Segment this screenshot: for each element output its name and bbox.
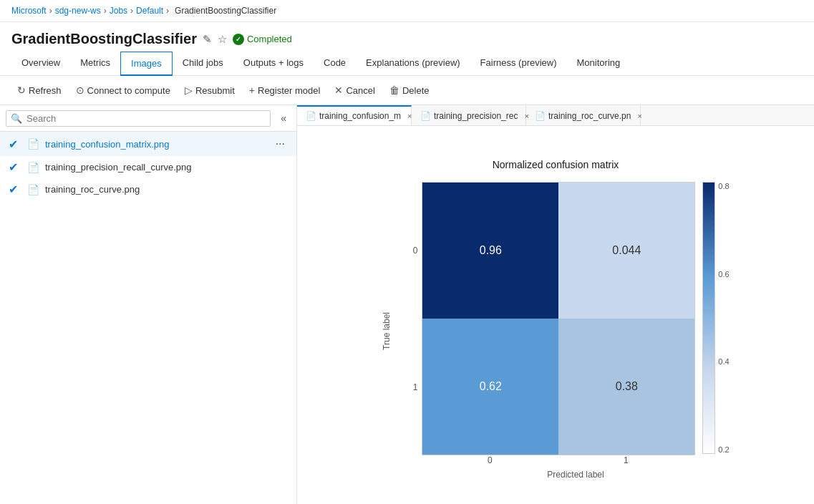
color-scale-bar	[702, 182, 715, 454]
tab-file-icon: 📄	[420, 111, 431, 121]
refresh-icon: ↻	[17, 84, 26, 96]
file-name-link[interactable]: training_confusion_matrix.png	[45, 139, 267, 150]
image-viewer: 📄 training_confusion_m × 📄 training_prec…	[297, 105, 814, 504]
image-tab-confusion[interactable]: 📄 training_confusion_m ×	[297, 105, 412, 125]
chart-wrap: Normalized confusion matrix True label 0…	[382, 159, 729, 480]
cell-1-0: 0.62	[422, 319, 558, 455]
tab-explanations[interactable]: Explanations (preview)	[356, 52, 470, 75]
file-name: training_roc_curve.png	[45, 184, 288, 195]
check-icon: ✔	[9, 183, 21, 196]
x-labels-row: 0 1	[422, 455, 729, 465]
breadcrumb-workspace[interactable]: sdg-new-ws	[55, 6, 101, 16]
search-input[interactable]	[26, 113, 266, 124]
more-options-button[interactable]: ···	[273, 136, 288, 152]
page-title: GradientBoostingClassifier	[11, 31, 197, 47]
tab-code[interactable]: Code	[314, 52, 356, 75]
list-item[interactable]: ✔ 📄 training_roc_curve.png	[0, 178, 296, 200]
chart-title: Normalized confusion matrix	[382, 159, 729, 170]
sidebar-header: 🔍 «	[0, 105, 296, 132]
tab-file-icon: 📄	[306, 111, 316, 121]
collapse-sidebar-button[interactable]: «	[276, 110, 291, 127]
list-item[interactable]: ✔ 📄 training_precision_recall_curve.png	[0, 156, 296, 178]
image-tab-precision[interactable]: 📄 training_precision_rec ×	[412, 105, 526, 125]
y-axis-label: True label	[382, 312, 392, 350]
close-tab-button[interactable]: ×	[635, 111, 644, 121]
y-label-0: 0	[400, 182, 417, 319]
sidebar: 🔍 « ✔ 📄 training_confusion_matrix.png ··…	[0, 105, 297, 504]
image-tab-roc[interactable]: 📄 training_roc_curve.pn ×	[526, 105, 641, 125]
image-tab-label: training_precision_rec	[434, 111, 518, 121]
scale-tick-06: 0.6	[718, 270, 729, 278]
tab-monitoring[interactable]: Monitoring	[567, 52, 631, 75]
star-icon[interactable]: ☆	[218, 33, 227, 46]
scale-tick-04: 0.4	[718, 357, 729, 366]
title-row: GradientBoostingClassifier ✎ ☆ Completed	[0, 22, 814, 52]
tab-child-jobs[interactable]: Child jobs	[173, 52, 233, 75]
file-list: ✔ 📄 training_confusion_matrix.png ··· ✔ …	[0, 132, 296, 504]
image-tabs: 📄 training_confusion_m × 📄 training_prec…	[297, 105, 814, 126]
breadcrumb: Microsoft › sdg-new-ws › Jobs › Default …	[0, 0, 814, 22]
chart-inner: True label 0 1 0.96	[382, 182, 729, 480]
tab-outputs-logs[interactable]: Outputs + logs	[233, 52, 314, 75]
resubmit-icon: ▷	[185, 84, 193, 96]
delete-button[interactable]: 🗑 Delete	[384, 82, 435, 99]
cell-0-1: 0.044	[558, 183, 694, 319]
main-content: 🔍 « ✔ 📄 training_confusion_matrix.png ··…	[0, 105, 814, 504]
resubmit-button[interactable]: ▷ Resubmit	[179, 82, 241, 99]
file-name: training_precision_recall_curve.png	[45, 162, 288, 173]
tab-fairness[interactable]: Fairness (preview)	[470, 52, 567, 75]
tab-overview[interactable]: Overview	[11, 52, 70, 75]
color-scale-ticks: 0.8 0.6 0.4 0.2	[718, 182, 729, 454]
cell-0-0: 0.96	[422, 183, 558, 319]
register-icon: +	[249, 84, 255, 96]
status-label: Completed	[247, 34, 292, 44]
connect-icon: ⊙	[76, 84, 84, 96]
edit-icon[interactable]: ✎	[203, 33, 212, 46]
tabs-row: Overview Metrics Images Child jobs Outpu…	[0, 52, 814, 76]
image-tab-label: training_roc_curve.pn	[548, 111, 631, 121]
cancel-button[interactable]: ✕ Cancel	[329, 82, 380, 99]
check-icon: ✔	[9, 137, 21, 151]
breadcrumb-jobs[interactable]: Jobs	[110, 6, 127, 16]
file-icon: 📄	[27, 162, 39, 173]
tab-file-icon: 📄	[535, 111, 546, 121]
image-tab-label: training_confusion_m	[319, 111, 401, 121]
connect-compute-button[interactable]: ⊙ Connect to compute	[70, 82, 176, 99]
toolbar: ↻ Refresh ⊙ Connect to compute ▷ Resubmi…	[0, 76, 814, 105]
check-icon: ✔	[9, 160, 21, 174]
x-axis-label: Predicted label	[422, 470, 729, 480]
x-label-0: 0	[422, 455, 558, 465]
confusion-matrix: 0.96 0.044 0.62 0.38	[422, 182, 695, 455]
search-wrap: 🔍	[6, 110, 271, 127]
breadcrumb-microsoft[interactable]: Microsoft	[11, 6, 47, 16]
file-icon: 📄	[27, 138, 39, 150]
refresh-button[interactable]: ↻ Refresh	[11, 82, 67, 99]
register-model-button[interactable]: + Register model	[243, 82, 326, 99]
file-icon: 📄	[27, 184, 39, 195]
cancel-icon: ✕	[334, 84, 343, 96]
scale-tick-08: 0.8	[718, 182, 729, 190]
scale-tick-02: 0.2	[718, 445, 729, 454]
list-item[interactable]: ✔ 📄 training_confusion_matrix.png ···	[0, 132, 296, 156]
delete-icon: 🗑	[389, 84, 399, 96]
x-label-1: 1	[558, 455, 694, 465]
chart-container: Normalized confusion matrix True label 0…	[297, 126, 814, 504]
status-dot	[233, 34, 244, 45]
breadcrumb-current: GradientBoostingClassifier	[175, 6, 276, 16]
cell-1-1: 0.38	[558, 319, 694, 455]
status-badge: Completed	[233, 34, 292, 45]
tab-metrics[interactable]: Metrics	[70, 52, 120, 75]
breadcrumb-default[interactable]: Default	[136, 6, 163, 16]
tab-images[interactable]: Images	[120, 52, 173, 76]
y-label-1: 1	[400, 319, 417, 455]
search-icon: 🔍	[11, 113, 22, 124]
